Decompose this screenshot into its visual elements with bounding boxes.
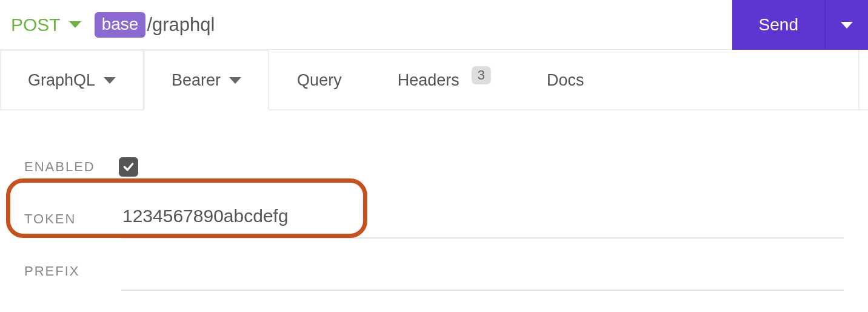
tab-headers[interactable]: Headers 3 [370, 50, 519, 109]
tab-docs[interactable]: Docs [519, 50, 612, 109]
request-tabs: GraphQL Bearer Query Headers 3 Docs [0, 50, 868, 110]
check-icon [122, 161, 135, 173]
tab-docs-label: Docs [547, 71, 584, 90]
chevron-down-icon [841, 22, 853, 29]
chevron-down-icon [69, 21, 81, 28]
url-path[interactable]: /graphql [147, 14, 215, 36]
tab-auth-label: Bearer [172, 71, 221, 90]
token-label: TOKEN [24, 211, 121, 227]
chevron-down-icon [229, 77, 241, 84]
token-input[interactable] [121, 200, 844, 239]
send-dropdown-button[interactable] [826, 0, 868, 50]
http-method-label: POST [11, 15, 61, 35]
tab-auth[interactable]: Bearer [144, 50, 269, 110]
tab-body-label: GraphQL [28, 71, 95, 90]
auth-form: ENABLED TOKEN PREFIX [0, 110, 868, 297]
tab-body[interactable]: GraphQL [0, 50, 144, 109]
tab-query[interactable]: Query [269, 50, 370, 109]
request-bar: POST base /graphql Send [0, 0, 868, 50]
enabled-row: ENABLED [24, 141, 844, 193]
base-url-tag[interactable]: base [95, 12, 146, 38]
send-button[interactable]: Send [732, 0, 826, 50]
headers-count-badge: 3 [472, 66, 491, 84]
http-method-dropdown[interactable]: POST [11, 15, 81, 35]
chevron-down-icon [104, 77, 116, 84]
prefix-input[interactable] [121, 252, 844, 291]
token-row: TOKEN [24, 193, 844, 245]
send-button-group: Send [732, 0, 868, 50]
tab-query-label: Query [297, 71, 342, 90]
enabled-checkbox[interactable] [119, 157, 138, 177]
prefix-row: PREFIX [24, 245, 844, 297]
prefix-label: PREFIX [24, 263, 121, 279]
tab-headers-label: Headers [398, 71, 459, 90]
enabled-label: ENABLED [24, 159, 121, 175]
